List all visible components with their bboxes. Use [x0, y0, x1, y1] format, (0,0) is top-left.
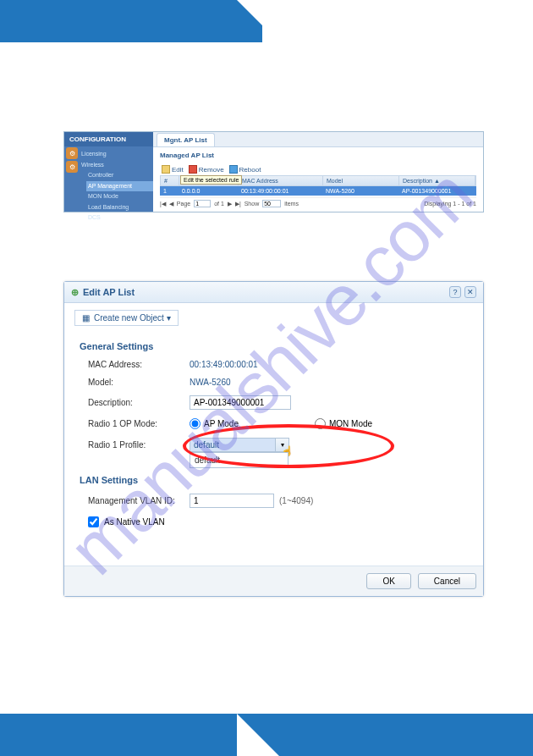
vlan-hint: (1~4094) [279, 496, 313, 505]
create-object-icon: ▦ [82, 313, 90, 323]
radio-ap-input[interactable] [190, 418, 201, 429]
cell-model: NWA-5260 [322, 186, 398, 196]
nav-title: CONFIGURATION [64, 132, 153, 146]
ok-button[interactable]: OK [366, 573, 410, 589]
vlan-input[interactable] [190, 494, 274, 508]
dialog-titlebar: ⊕ Edit AP List ? ✕ [64, 282, 483, 303]
pager-items: items [284, 201, 299, 207]
pager-display: Displaying 1 - 1 of 1 [424, 201, 476, 207]
nav-icon-1[interactable]: ⚙ [66, 147, 78, 159]
radio-mon-input[interactable] [315, 418, 326, 429]
dialog-title-icon: ⊕ [71, 287, 79, 298]
mac-value: 00:13:49:00:00:01 [190, 360, 258, 369]
nav-item-controller[interactable]: Controller [86, 170, 153, 181]
pager-prev-icon[interactable]: ◀ [169, 201, 173, 207]
model-value: NWA-5260 [190, 378, 231, 387]
help-button[interactable]: ? [449, 286, 461, 298]
row-mac: MAC Address: 00:13:49:00:00:01 [64, 356, 483, 373]
tab-mgnt-ap-list[interactable]: Mgnt. AP List [157, 133, 215, 146]
general-settings-head: General Settings [64, 333, 483, 356]
edit-icon [162, 165, 170, 174]
remove-icon [189, 165, 197, 174]
pager: |◀ ◀ Page of 1 ▶ ▶| Show items Displayin… [160, 197, 476, 207]
reboot-button[interactable]: Reboot [229, 165, 261, 174]
config-window: CONFIGURATION ⚙ ⚙ Licensing Wireless Con… [63, 131, 484, 212]
bottom-banner-cut [237, 714, 279, 756]
toolbar: Edit Remove Reboot Edit the selected rul… [153, 163, 483, 175]
opmode-label: Radio 1 OP Mode: [88, 419, 190, 428]
dialog-title-right: ? ✕ [449, 286, 476, 298]
model-label: Model: [88, 378, 190, 387]
cell-desc: AP-001349000001 [398, 186, 476, 196]
pager-page-input[interactable] [194, 200, 211, 207]
pager-first-icon[interactable]: |◀ [160, 201, 166, 207]
pager-page-label: Page [177, 201, 190, 207]
nav-item-ap-management[interactable]: AP Management [86, 181, 153, 192]
cell-ip: 0.0.0.0 [179, 186, 238, 196]
nav-icon-2[interactable]: ⚙ [66, 161, 78, 173]
edit-tooltip: Edit the selected rule [180, 175, 242, 185]
dialog-title-text: Edit AP List [83, 287, 135, 297]
radio-mon-mode[interactable]: MON Mode [315, 418, 372, 429]
remove-label: Remove [199, 166, 224, 174]
content-pane: Mgnt. AP List Managed AP List Edit Remov… [153, 132, 483, 212]
col-model[interactable]: Model [323, 176, 399, 185]
native-vlan-checkbox[interactable] [88, 516, 99, 527]
row-vlan: Management VLAN ID: (1~4094) [64, 489, 483, 512]
mac-label: MAC Address: [88, 360, 190, 369]
row-opmode: Radio 1 OP Mode: AP Mode MON Mode [64, 414, 483, 433]
nav-icon-stack: ⚙ ⚙ [66, 147, 78, 174]
opmode-radio-group: AP Mode MON Mode [190, 418, 372, 429]
col-desc[interactable]: Description ▲ [399, 176, 475, 185]
row-native-vlan: As Native VLAN [64, 512, 483, 532]
cancel-button[interactable]: Cancel [418, 573, 476, 589]
section-title: Managed AP List [153, 147, 483, 163]
pager-next-icon[interactable]: ▶ [228, 201, 232, 207]
nav-item-load-balancing[interactable]: Load Balancing [86, 202, 153, 213]
col-mac[interactable]: MAC Address [239, 176, 323, 185]
profile-combo[interactable]: ▾☝ [190, 438, 289, 452]
pager-of: of 1 [214, 201, 224, 207]
row-profile: Radio 1 Profile: ▾☝ default [64, 433, 483, 456]
pager-show-input[interactable] [262, 200, 281, 207]
tab-bar: Mgnt. AP List [153, 132, 483, 147]
cell-num: 1 [160, 186, 179, 196]
dialog-title-left: ⊕ Edit AP List [71, 287, 135, 298]
nav-item-mon-mode[interactable]: MON Mode [86, 191, 153, 202]
nav-item-dcs[interactable]: DCS [86, 212, 153, 223]
create-object-dropdown[interactable]: ▦ Create new Object ▾ [74, 310, 179, 326]
pager-show-label: Show [245, 201, 260, 207]
profile-label: Radio 1 Profile: [88, 440, 190, 450]
nav-item-wireless[interactable]: Wireless [80, 160, 153, 171]
top-banner-cut-fill [262, 0, 533, 42]
dialog-button-bar: OK Cancel [64, 566, 483, 596]
desc-input[interactable] [190, 395, 291, 410]
profile-combo-input[interactable] [190, 439, 275, 451]
nav-item-licensing[interactable]: Licensing [80, 149, 153, 160]
pager-left: |◀ ◀ Page of 1 ▶ ▶| Show items [160, 200, 299, 207]
vlan-label: Management VLAN ID: [88, 496, 190, 505]
col-num[interactable]: # [161, 176, 179, 185]
profile-combo-button[interactable]: ▾☝ [275, 439, 288, 451]
edit-label: Edit [172, 166, 184, 174]
grid-row-1[interactable]: 1 0.0.0.0 00:13:49:00:00:01 NWA-5260 AP-… [160, 186, 476, 196]
reboot-icon [229, 165, 238, 174]
profile-combo-wrap: ▾☝ default [190, 438, 289, 452]
top-banner-cut [237, 0, 279, 42]
nav-tree: Licensing Wireless Controller AP Managem… [80, 146, 153, 223]
radio-ap-mode[interactable]: AP Mode [190, 418, 239, 429]
nav-pane: CONFIGURATION ⚙ ⚙ Licensing Wireless Con… [64, 132, 153, 212]
remove-button[interactable]: Remove [189, 165, 224, 174]
desc-label: Description: [88, 398, 190, 407]
edit-button[interactable]: Edit [162, 165, 184, 174]
radio-ap-label: AP Mode [204, 419, 239, 428]
pager-last-icon[interactable]: ▶| [235, 201, 241, 207]
reboot-label: Reboot [239, 166, 261, 174]
close-button[interactable]: ✕ [464, 286, 476, 298]
create-object-label: Create new Object ▾ [94, 313, 171, 323]
cell-mac: 00:13:49:00:00:01 [238, 186, 322, 196]
radio-mon-label: MON Mode [329, 419, 372, 428]
profile-dropdown-option[interactable]: default [190, 452, 288, 468]
dialog-spacer [64, 532, 483, 566]
row-description: Description: [64, 391, 483, 414]
